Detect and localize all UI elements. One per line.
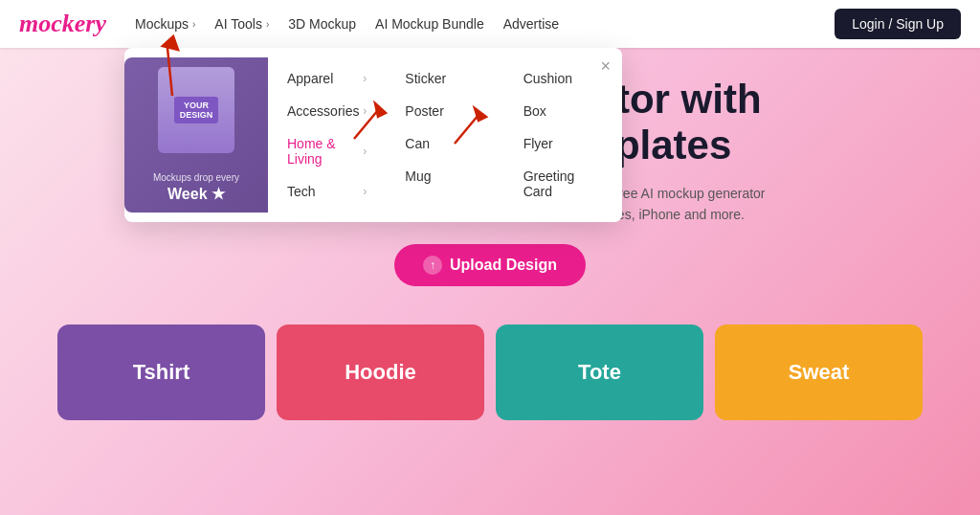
- nav-3d-mockup[interactable]: 3D Mockup: [288, 16, 356, 32]
- dropdown-right-col: Cushion Box Flyer Greeting Card: [504, 57, 622, 213]
- dropdown-mid-col: Sticker Poster Can Mug: [386, 57, 503, 213]
- category-sweat[interactable]: Sweat: [715, 325, 923, 420]
- category-hoodie[interactable]: Hoodie: [277, 325, 484, 420]
- promo-figure: YOURDESIGN: [158, 67, 234, 153]
- dropdown-mug[interactable]: Mug: [386, 160, 503, 192]
- navbar: mockery Mockups › AI Tools › 3D Mockup A…: [0, 0, 980, 48]
- upload-design-button[interactable]: ↑ Upload Design: [394, 244, 586, 286]
- dropdown-inner: YOURDESIGN Mockups drop every Week ★ App…: [124, 57, 622, 213]
- chevron-down-icon: ›: [192, 19, 195, 30]
- upload-icon: ↑: [423, 256, 442, 275]
- promo-week: Week ★: [153, 185, 239, 203]
- close-icon[interactable]: ×: [600, 57, 611, 75]
- dropdown-home-living[interactable]: Home & Living ›: [268, 127, 386, 175]
- arrow-right-icon: ›: [363, 145, 367, 158]
- category-tshirt[interactable]: Tshirt: [57, 325, 265, 420]
- category-tote[interactable]: Tote: [496, 325, 703, 420]
- login-button[interactable]: Login / Sign Up: [835, 9, 961, 39]
- nav-ai-bundle[interactable]: AI Mockup Bundle: [375, 16, 484, 32]
- promo-shirt: YOURDESIGN: [174, 97, 219, 123]
- dropdown-tech[interactable]: Tech ›: [268, 175, 386, 208]
- arrow-right-icon: ›: [363, 185, 367, 198]
- nav-items: Mockups › AI Tools › 3D Mockup AI Mockup…: [135, 16, 835, 32]
- dropdown-left-col: Apparel › Accessories › Home & Living › …: [268, 57, 386, 213]
- dropdown-apparel[interactable]: Apparel ›: [268, 62, 386, 95]
- arrow-right-icon: ›: [363, 72, 367, 85]
- logo[interactable]: mockery: [19, 10, 106, 38]
- dropdown-box[interactable]: Box: [504, 95, 622, 127]
- dropdown-accessories[interactable]: Accessories ›: [268, 95, 386, 127]
- dropdown-sticker[interactable]: Sticker: [386, 62, 503, 95]
- dropdown-greeting-card[interactable]: Greeting Card: [504, 160, 622, 208]
- nav-advertise[interactable]: Advertise: [503, 16, 559, 32]
- nav-ai-tools[interactable]: AI Tools ›: [214, 16, 269, 32]
- category-cards: Tshirt Hoodie Tote Sweat: [0, 305, 980, 420]
- arrow-right-icon: ›: [363, 104, 367, 118]
- mockups-dropdown: × YOURDESIGN Mockups drop every Week ★ A…: [124, 48, 622, 222]
- promo-banner: YOURDESIGN Mockups drop every Week ★: [124, 57, 268, 213]
- promo-label: Mockups drop every: [153, 172, 239, 183]
- dropdown-flyer[interactable]: Flyer: [504, 127, 622, 160]
- chevron-down-icon: ›: [266, 19, 269, 30]
- nav-mockups[interactable]: Mockups ›: [135, 16, 195, 32]
- dropdown-poster[interactable]: Poster: [386, 95, 503, 127]
- dropdown-can[interactable]: Can: [386, 127, 503, 160]
